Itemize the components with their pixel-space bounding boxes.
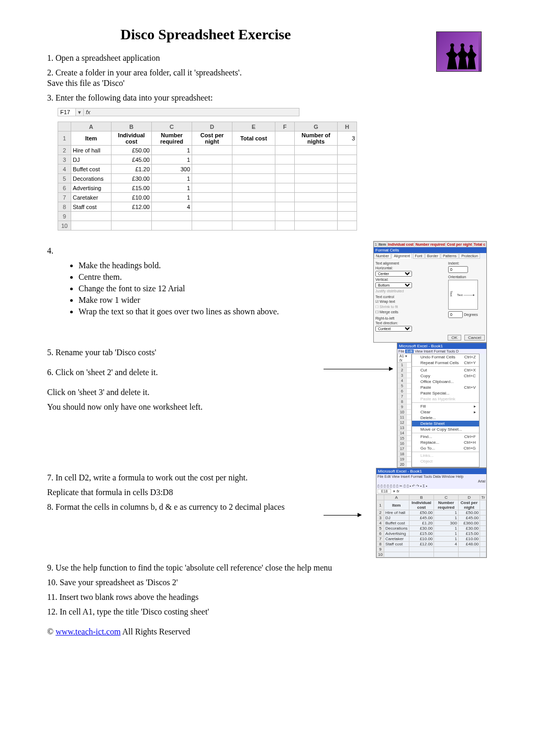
- footer-link[interactable]: www.teach-ict.com: [55, 627, 120, 636]
- step-9: 9. Use the help function to find the top…: [47, 563, 487, 573]
- corner-cell[interactable]: [58, 122, 71, 132]
- cancel-button[interactable]: Cancel: [464, 335, 485, 341]
- row-2[interactable]: 2: [58, 146, 71, 155]
- format-cells-screenshot: 1 Item Individual cost Number required C…: [373, 241, 487, 343]
- indent-input[interactable]: [448, 266, 468, 273]
- mini3-col-B[interactable]: B: [409, 495, 434, 500]
- edit-menu-screenshot: Microsoft Excel - Book1 File Edit View I…: [397, 343, 487, 468]
- text-direction-select[interactable]: Context: [375, 326, 412, 332]
- col-A[interactable]: A: [71, 122, 112, 132]
- dialog-tabs: Number Alignment Font Border Patterns Pr…: [374, 253, 486, 259]
- row-7[interactable]: 7: [58, 193, 71, 202]
- merge-checkbox[interactable]: ☐ Merge cells: [375, 310, 445, 314]
- step-10: 10. Save your spreadsheet as 'Discos 2': [47, 578, 487, 587]
- row-9[interactable]: 9: [58, 212, 71, 221]
- result-sheet-screenshot: Microsoft Excel - Book1 File Edit View I…: [376, 468, 487, 558]
- tab-protection[interactable]: Protection: [459, 253, 480, 259]
- vertical-select[interactable]: Bottom: [375, 282, 412, 288]
- tab-border[interactable]: Border: [425, 253, 440, 259]
- text-control-label: Text control: [375, 295, 445, 299]
- row-4[interactable]: 4: [58, 165, 71, 174]
- mini3-col-A[interactable]: A: [384, 495, 409, 500]
- menu-item[interactable]: Repeat Format CellsCtrl+Y: [412, 360, 479, 366]
- mini3-col-extra: Tr: [480, 495, 486, 500]
- menu-item[interactable]: CopyCtrl+C: [412, 373, 479, 379]
- row-1[interactable]: 1: [58, 132, 71, 146]
- menu-item[interactable]: Replace...Ctrl+H: [412, 440, 479, 445]
- menu-item[interactable]: Paste Special...: [412, 390, 479, 396]
- menu-item[interactable]: Links...: [412, 453, 479, 458]
- row-3[interactable]: 3: [58, 155, 71, 165]
- mini3-col-C[interactable]: C: [434, 495, 459, 500]
- horizontal-select[interactable]: Center: [375, 271, 412, 277]
- mini3-menubar: File Edit View Insert Format Tools Data …: [376, 474, 486, 479]
- menu-item[interactable]: Fill▸: [412, 403, 479, 409]
- step-11: 11. Insert two blank rows above the head…: [47, 593, 487, 602]
- col-H[interactable]: H: [338, 122, 357, 132]
- orientation-label: Orientation: [448, 275, 485, 279]
- menu-item[interactable]: Go To...Ctrl+G: [412, 445, 479, 451]
- menu-item[interactable]: PasteCtrl+V: [412, 385, 479, 390]
- fx-label[interactable]: fx: [84, 109, 93, 115]
- col-B[interactable]: B: [112, 122, 152, 132]
- wrap-checkbox[interactable]: ☑ Wrap text: [375, 300, 445, 304]
- justify-label: Justify distributed: [375, 289, 445, 293]
- menu-item[interactable]: CutCtrl+X: [412, 367, 479, 373]
- menu-item[interactable]: Office Clipboard...: [412, 379, 479, 385]
- row-6[interactable]: 6: [58, 183, 71, 193]
- step-6: 6. Click on 'sheet 2' and delete it.: [47, 368, 158, 377]
- tab-alignment[interactable]: Alignment: [392, 253, 412, 259]
- col-C[interactable]: C: [152, 122, 192, 132]
- col-D[interactable]: D: [192, 122, 232, 132]
- text-alignment-label: Text alignment: [375, 261, 445, 265]
- footer: © www.teach-ict.com All Rights Reserved: [47, 627, 487, 637]
- mini3-namebox[interactable]: E18: [377, 489, 391, 494]
- name-box-dropdown-icon[interactable]: ▾: [76, 109, 84, 116]
- menu-item[interactable]: Object: [412, 458, 479, 464]
- horizontal-label: Horizontal:: [375, 266, 445, 270]
- ok-button[interactable]: OK: [448, 335, 461, 341]
- step-4-item: Centre them.: [79, 272, 319, 282]
- vertical-label: Vertical:: [375, 278, 445, 281]
- arrow-to-result-sheet: [324, 515, 361, 516]
- menu-item[interactable]: Undo Format CellsCtrl+Z: [412, 354, 479, 360]
- step-4-item: Wrap the text so that it goes over two l…: [79, 307, 319, 316]
- step-5: 5. Rename your tab 'Disco costs': [47, 348, 319, 357]
- step-2a: 2. Create a folder in your area folder, …: [47, 68, 487, 78]
- step-8: 8. Format the cells in columns b, d & e …: [47, 502, 309, 512]
- arrow-to-edit-menu: [324, 369, 393, 369]
- orientation-dial[interactable]: Text Text ────●: [448, 280, 478, 310]
- row-8[interactable]: 8: [58, 202, 71, 212]
- shrink-checkbox[interactable]: ☐ Shrink to fit: [375, 305, 445, 309]
- menu-item[interactable]: Move or Copy Sheet...: [412, 426, 479, 432]
- menu-item[interactable]: Clear▸: [412, 409, 479, 415]
- tab-number[interactable]: Number: [374, 253, 391, 259]
- page-title: Disco Spreadsheet Exercise: [120, 26, 487, 43]
- col-G[interactable]: G: [295, 122, 338, 132]
- step-4: 4.: [47, 246, 319, 256]
- degrees-input[interactable]: [448, 311, 463, 318]
- spreadsheet-main: A B C D E F G H 1ItemIndividual costNumb…: [58, 122, 357, 231]
- formula-bar: F17 ▾ fx: [58, 108, 299, 116]
- menu-item[interactable]: Delete Sheet: [412, 421, 479, 426]
- menu-item[interactable]: Delete...: [412, 415, 479, 421]
- col-F[interactable]: F: [275, 122, 295, 132]
- name-box[interactable]: F17: [58, 108, 76, 116]
- mini3-col-D[interactable]: D: [458, 495, 480, 500]
- dialog-title: Format Cells: [374, 247, 486, 253]
- row-10[interactable]: 10: [58, 221, 71, 231]
- tab-patterns[interactable]: Patterns: [441, 253, 459, 259]
- step-2b: Save this file as 'Disco': [47, 79, 487, 88]
- col-E[interactable]: E: [232, 122, 275, 132]
- menu-item[interactable]: Find...Ctrl+F: [412, 434, 479, 440]
- menu-item[interactable]: Paste as Hyperlink: [412, 396, 479, 402]
- row-5[interactable]: 5: [58, 174, 71, 183]
- rtl-label: Right-to-left: [375, 316, 445, 320]
- logo-image: [436, 31, 482, 72]
- step-12: 12. In cell A1, type the title 'Disco co…: [47, 607, 487, 617]
- step-4-list: Make the headings bold.Centre them.Chang…: [79, 261, 319, 316]
- tab-font[interactable]: Font: [413, 253, 425, 259]
- mini3-toolbar: ▯ ▯ ▯ ▯ ▯ ▯ ▯ ✂ ▯ ▯ • ↶ ↷ • Σ •: [376, 484, 486, 489]
- step-4-item: Make row 1 wider: [79, 295, 319, 305]
- mini2-menubar: File Edit View Insert Format Tools D: [397, 349, 486, 354]
